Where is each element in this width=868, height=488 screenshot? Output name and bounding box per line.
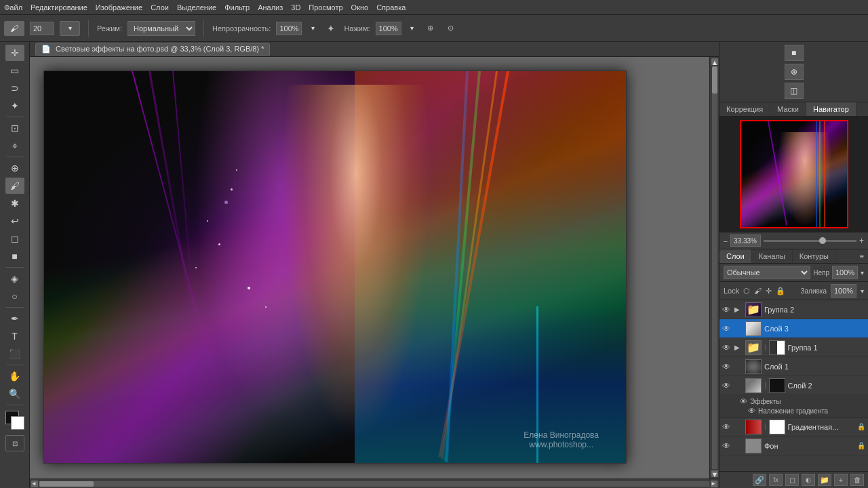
marquee-rect-tool[interactable]: ▭	[5, 62, 24, 79]
layer-item-fon[interactable]: 👁 Фон 🔒	[719, 436, 868, 455]
shape-tool[interactable]: ⬛	[5, 346, 24, 362]
move-tool[interactable]: ✛	[5, 45, 24, 61]
layer-item-gruppo2[interactable]: 👁 ▶ 📁 Группа 2	[719, 300, 868, 319]
scroll-left-arrow[interactable]: ◄	[31, 481, 38, 487]
pressure-input[interactable]	[376, 22, 401, 35]
scroll-right-arrow[interactable]: ►	[711, 481, 717, 487]
zoom-in-icon[interactable]: +	[859, 236, 864, 245]
layer-eye-sloy3[interactable]: 👁	[722, 324, 732, 333]
eraser-tool[interactable]: ◻	[5, 230, 24, 247]
layer-new-btn[interactable]: +	[834, 474, 848, 486]
tab-masks[interactable]: Маски	[770, 102, 806, 116]
gradient-overlay-eye-icon[interactable]: 👁	[748, 407, 755, 415]
pressure-arrow-icon[interactable]: ▾	[407, 21, 418, 36]
opacity-arrow-icon[interactable]: ▾	[861, 269, 864, 277]
layer-expand-group1[interactable]: ▶	[734, 344, 743, 351]
panel-icon-color[interactable]: ■	[785, 45, 804, 61]
layer-eye-gradient[interactable]: 👁	[722, 422, 732, 432]
zoom-slider[interactable]	[764, 240, 856, 242]
airbrush-icon[interactable]: ✦	[323, 21, 338, 36]
scroll-up-arrow[interactable]: ▲	[711, 58, 718, 65]
layer-delete-btn[interactable]: 🗑	[850, 474, 864, 486]
layer-item-gradient[interactable]: 👁 | Градиентная... 🔒	[719, 418, 868, 436]
layer-group-btn[interactable]: 📁	[818, 474, 831, 486]
foreground-color[interactable]	[5, 411, 24, 430]
opacity-arrow-icon[interactable]: ▾	[307, 21, 318, 36]
photoshop-canvas[interactable]: Елена Виноградова www.photoshop...	[43, 70, 627, 464]
menu-item-layers[interactable]: Слои	[151, 3, 169, 12]
tab-navigator[interactable]: Навигатор	[806, 102, 856, 116]
menu-item-select[interactable]: Выделение	[177, 3, 216, 12]
menu-item-file[interactable]: Файл	[4, 3, 22, 12]
lasso-tool[interactable]: ⊃	[5, 80, 24, 96]
angle-icon[interactable]: ⊙	[443, 21, 458, 36]
layer-style-btn[interactable]: fx	[769, 474, 783, 486]
brush-tool-icon[interactable]: 🖌	[4, 21, 24, 36]
hand-tool[interactable]: ✋	[5, 368, 24, 384]
blend-mode-select[interactable]: Нормальный	[127, 21, 195, 36]
effects-eye-icon[interactable]: 👁	[740, 397, 747, 405]
blur-tool[interactable]: ◈	[5, 270, 24, 287]
spot-heal-tool[interactable]: ⊕	[5, 160, 24, 176]
pen-tool[interactable]: ✒	[5, 310, 24, 327]
layer-item-sloy2[interactable]: 👁 | Слой 2	[719, 376, 868, 395]
clone-stamp-tool[interactable]: ✱	[5, 195, 24, 211]
lock-all-icon[interactable]: 🔒	[776, 287, 785, 296]
layer-eye-sloy2[interactable]: 👁	[722, 381, 732, 390]
menu-item-3d[interactable]: 3D	[291, 3, 300, 12]
tab-channels[interactable]: Каналы	[752, 249, 793, 263]
magic-wand-tool[interactable]: ✦	[5, 98, 24, 114]
vertical-scrollbar-thumb[interactable]	[712, 66, 717, 94]
layer-item-sloy1[interactable]: 👁 Слой 1	[719, 357, 868, 376]
opacity-input[interactable]	[276, 22, 302, 35]
layer-item-group1[interactable]: 👁 ▶ 📁 | Группа 1	[719, 338, 868, 357]
horizontal-scrollbar-thumb[interactable]	[39, 481, 94, 487]
fill-arrow-icon[interactable]: ▾	[861, 287, 864, 295]
tablet-pressure-icon[interactable]: ⊕	[423, 21, 438, 36]
layer-gradient-overlay[interactable]: 👁 Наложение градиента	[740, 406, 865, 415]
brush-preset-icon[interactable]: ▾	[60, 21, 80, 36]
navigator-thumbnail-area[interactable]	[719, 117, 868, 232]
tab-correction[interactable]: Коррекция	[719, 102, 770, 116]
zoom-value-input[interactable]	[730, 235, 761, 247]
text-tool[interactable]: T	[5, 328, 24, 344]
zoom-slider-handle[interactable]	[819, 237, 826, 244]
lock-position-icon[interactable]: ✛	[766, 287, 772, 296]
vertical-scrollbar-track[interactable]	[712, 66, 717, 469]
eyedropper-tool[interactable]: ⌖	[5, 138, 24, 154]
crop-tool[interactable]: ⊡	[5, 120, 24, 136]
gradient-tool[interactable]: ■	[5, 248, 24, 264]
layer-eye-group1[interactable]: 👁	[722, 343, 732, 352]
layers-opacity-input[interactable]	[832, 266, 858, 279]
canvas-scroll-right[interactable]: ▲ ▼	[709, 57, 719, 479]
scroll-down-arrow[interactable]: ▼	[711, 470, 718, 477]
layer-item-sloy3[interactable]: 👁 Слой 3	[719, 319, 868, 338]
history-brush-tool[interactable]: ↩	[5, 213, 24, 229]
layers-fill-input[interactable]	[831, 284, 856, 298]
zoom-out-icon[interactable]: –	[724, 237, 728, 245]
zoom-tool[interactable]: 🔍	[5, 386, 24, 402]
panel-icon-adjust[interactable]: ⊕	[785, 64, 804, 80]
menu-item-filter[interactable]: Фильтр	[224, 3, 250, 12]
layer-adj-btn[interactable]: ◐	[802, 474, 815, 486]
brush-size-input[interactable]	[30, 22, 54, 35]
canvas-scroll-bottom[interactable]: ◄ ►	[30, 479, 719, 488]
menu-item-view[interactable]: Просмотр	[309, 3, 342, 12]
layer-expand-gruppo2[interactable]: ▶	[734, 306, 743, 313]
dodge-tool[interactable]: ○	[5, 288, 24, 304]
menu-item-window[interactable]: Окно	[351, 3, 369, 12]
layer-eye-fon[interactable]: 👁	[722, 441, 732, 451]
screen-mode-btn[interactable]: ⊡	[5, 435, 24, 451]
layer-link-btn[interactable]: 🔗	[753, 474, 766, 486]
panel-icon-mask[interactable]: ◫	[785, 83, 804, 99]
layers-panel-menu[interactable]: ≡	[856, 249, 868, 263]
menu-item-image[interactable]: Изображение	[96, 3, 142, 12]
menu-item-help[interactable]: Справка	[376, 3, 406, 12]
menu-item-analysis[interactable]: Анализ	[258, 3, 283, 12]
layer-mask-btn[interactable]: ◻	[785, 474, 799, 486]
layers-blend-mode-select[interactable]: Обычные	[724, 266, 810, 279]
lock-pixels-icon[interactable]: ⬡	[743, 287, 750, 296]
brush-tool[interactable]: 🖌	[5, 178, 24, 194]
tab-layers[interactable]: Слои	[719, 249, 752, 263]
horizontal-scrollbar-track[interactable]	[39, 481, 709, 487]
